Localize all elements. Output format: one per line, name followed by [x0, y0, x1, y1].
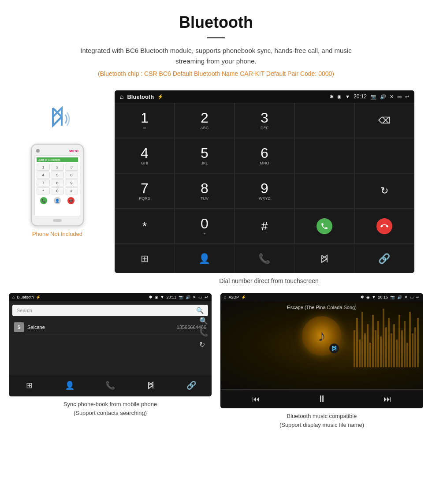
phone-key-6[interactable]: 6 [65, 172, 78, 179]
dial-refresh-button[interactable]: ↻ [354, 173, 414, 209]
dial-key-star[interactable]: * [115, 209, 175, 244]
album-art: ♪ [302, 316, 342, 356]
music-sb-right: ✱ ◉ ▼ 20:15 📷 🔊 ✕ ▭ ↩ [361, 295, 420, 299]
pb-sb-right: ✱ ◉ ▼ 20:11 📷 🔊 ✕ ▭ ↩ [149, 295, 208, 299]
pb-nav-grid[interactable]: ⊞ [9, 374, 49, 396]
dial-key-5[interactable]: 5 JKL [175, 138, 235, 173]
pb-refresh-action-icon[interactable]: ↻ [199, 340, 208, 349]
music-home-icon[interactable]: ⌂ [224, 295, 226, 299]
phone-key-0[interactable]: 0 [51, 187, 64, 194]
header-description: Integrated with BC6 Bluetooth module, su… [75, 45, 357, 67]
phonebook-caption-text: Sync phone-book from mobile phone(Suppor… [63, 401, 157, 416]
phone-key-5[interactable]: 5 [51, 172, 64, 179]
pb-home-icon[interactable]: ⌂ [12, 295, 15, 299]
music-note-icon: ♪ [318, 327, 326, 345]
pb-time: 20:11 [166, 295, 176, 299]
dial-statusbar: ⌂ Bluetooth ⚡ ✱ ◉ ▼ 20:12 📷 🔊 ✕ ▭ ↩ [115, 90, 414, 103]
pb-nav-bt[interactable] [130, 374, 171, 396]
phone-home-button[interactable] [53, 219, 62, 222]
search-icon[interactable]: 🔍 [196, 307, 204, 314]
nav-bluetooth-icon[interactable] [294, 244, 354, 273]
bluetooth-status-icon: ✱ [330, 94, 334, 100]
pb-close-icon[interactable]: ✕ [193, 295, 196, 299]
phonebook-search[interactable]: Search 🔍 [12, 305, 208, 316]
pb-vol-icon[interactable]: 🔊 [186, 295, 190, 299]
usb-icon: ⚡ [157, 94, 164, 100]
dial-key-2[interactable]: 2 ABC [175, 103, 235, 138]
nav-contacts-icon[interactable]: 👤 [175, 244, 235, 273]
dial-key-1[interactable]: 1 ∞ [115, 103, 175, 138]
phonebook-empty-space [12, 335, 208, 370]
music-vol-icon[interactable]: 🔊 [397, 295, 402, 299]
volume-icon[interactable]: 🔊 [380, 94, 386, 100]
dial-key-4[interactable]: 4 GHI [115, 138, 175, 173]
phone-key-star[interactable]: * [37, 187, 50, 194]
phone-key-1[interactable]: 1 [37, 164, 50, 171]
dial-key-8[interactable]: 8 TUV [175, 173, 235, 209]
music-close-icon[interactable]: ✕ [404, 295, 408, 299]
music-sb-left: ⌂ A2DP ⚡ [224, 295, 246, 299]
dial-endcall-button[interactable] [354, 209, 414, 244]
music-win-icon[interactable]: ▭ [410, 295, 414, 299]
music-next-button[interactable]: ⏭ [384, 395, 391, 404]
pb-nav-phone[interactable]: 📞 [90, 374, 130, 396]
statusbar-left: ⌂ Bluetooth ⚡ [120, 93, 164, 100]
music-cam-icon[interactable]: 📷 [390, 295, 395, 299]
pb-usb-icon: ⚡ [36, 295, 41, 299]
dial-key-hash[interactable]: # [235, 209, 294, 244]
dial-call-button[interactable] [294, 209, 354, 244]
pb-title: Bluetooth [17, 295, 34, 299]
music-back-icon[interactable]: ↩ [416, 295, 420, 299]
phone-key-4[interactable]: 4 [37, 172, 50, 179]
phone-key-9[interactable]: 9 [65, 179, 78, 187]
dial-key-9[interactable]: 9 WXYZ [235, 173, 294, 209]
phonebook-body: Search 🔍 S Seicane 13566664466 [9, 301, 212, 374]
dial-key-3[interactable]: 3 DEF [235, 103, 294, 138]
phone-key-7[interactable]: 7 [37, 179, 50, 187]
main-content: MOTO Add to Contacts 1 2 3 4 5 6 7 8 9 * [0, 90, 432, 293]
pb-call-action-icon[interactable]: 📞 [199, 329, 208, 337]
close-icon[interactable]: ✕ [390, 94, 394, 100]
phone-key-2[interactable]: 2 [51, 164, 64, 171]
phone-end-button[interactable]: 📵 [67, 197, 74, 204]
music-play-pause-button[interactable]: ⏸ [317, 393, 327, 405]
pb-nav-user[interactable]: 👤 [49, 374, 90, 396]
phonebook-bottomnav: ⊞ 👤 📞 🔗 [9, 374, 212, 396]
bt-overlay-icon [329, 343, 339, 353]
dial-backspace-button[interactable]: ⌫ [354, 103, 414, 138]
phone-key-3[interactable]: 3 [65, 164, 78, 171]
pb-nav-link[interactable]: 🔗 [171, 374, 212, 396]
window-icon[interactable]: ▭ [397, 94, 402, 100]
phone-screen-header: Add to Contacts [37, 157, 78, 162]
pb-search-action-icon[interactable]: 🔍 [199, 317, 208, 325]
camera-icon[interactable]: 📷 [370, 94, 376, 100]
back-icon[interactable]: ↩ [405, 94, 409, 100]
pb-cam-icon[interactable]: 📷 [179, 295, 183, 299]
entry-name: Seicane [27, 325, 177, 330]
page-header: Bluetooth Integrated with BC6 Bluetooth … [0, 0, 432, 90]
dial-key-6[interactable]: 6 MNO [235, 138, 294, 173]
phone-call-button[interactable]: 📞 [40, 197, 47, 204]
nav-link-icon[interactable]: 🔗 [354, 244, 414, 273]
pb-win-icon[interactable]: ▭ [198, 295, 202, 299]
side-action-icons: 🔍 📞 ↻ [199, 317, 208, 349]
dial-key-7[interactable]: 7 PQRS [115, 173, 175, 209]
phone-key-hash[interactable]: # [65, 187, 78, 194]
nav-dialpad-icon[interactable]: ⊞ [115, 244, 175, 273]
statusbar-right: ✱ ◉ ▼ 20:12 📷 🔊 ✕ ▭ ↩ [330, 93, 409, 100]
pb-back-icon[interactable]: ↩ [205, 295, 208, 299]
music-prev-button[interactable]: ⏮ [252, 395, 260, 404]
music-loc-icon: ◉ [366, 295, 370, 299]
home-icon[interactable]: ⌂ [120, 93, 123, 100]
add-to-contacts-label: Add to Contacts [38, 158, 60, 161]
music-title: A2DP [228, 295, 239, 299]
dial-empty-r2c4 [294, 138, 354, 173]
nav-phone-icon[interactable]: 📞 [235, 244, 294, 273]
dial-key-0[interactable]: 0 + [175, 209, 235, 244]
header-specs: (Bluetooth chip : CSR BC6 Default Blueto… [9, 70, 423, 77]
entry-avatar-s: S [14, 322, 24, 332]
phone-key-8[interactable]: 8 [51, 179, 64, 187]
music-screenshot-block: ⌂ A2DP ⚡ ✱ ◉ ▼ 20:15 📷 🔊 ✕ ▭ ↩ [220, 293, 423, 429]
phone-section: MOTO Add to Contacts 1 2 3 4 5 6 7 8 9 * [9, 90, 106, 237]
phone-contacts-button[interactable]: 👤 [54, 197, 61, 204]
